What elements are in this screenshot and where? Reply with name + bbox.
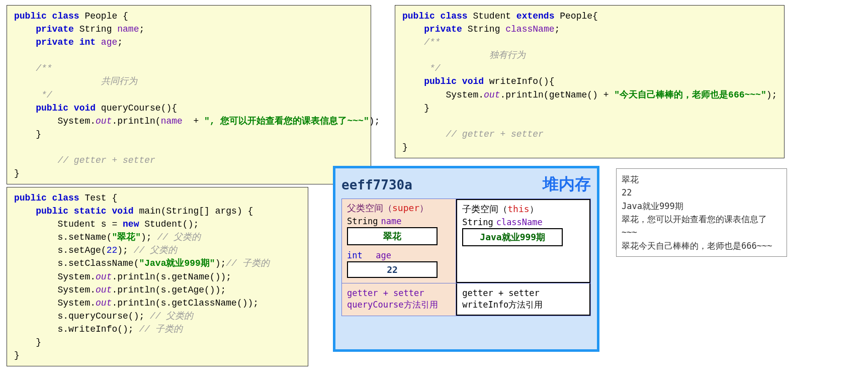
super-space: 父类空间（super） Stringname 翠花 int age 22 [342,199,456,283]
console-output: 翠花 22 Java就业999期 翠花，您可以开始查看您的课表信息了~~~ 翠花… [616,168,787,257]
field-age-label: int age [347,250,451,260]
code-people: public class People { private String nam… [7,5,371,184]
classname-value-box: Java就业999期 [462,228,563,246]
super-methods: getter + setter queryCourse方法引用 [342,283,456,316]
code-student: public class Student extends People{ pri… [395,5,785,158]
output-line: 翠花，您可以开始查看您的课表信息了~~~ [622,213,782,239]
comment-getter-setter: // getter + setter [36,155,155,165]
output-line: Java就业999期 [622,200,782,213]
output-line: 22 [622,186,782,199]
output-line: 翠花 [622,173,782,186]
heap-title: 堆内存 [543,173,591,196]
field-classname-label: StringclassName [462,217,584,227]
output-line: 翠花今天自己棒棒的，老师也是666~~~ [622,239,782,252]
heap-diagram: eeff7730a 堆内存 父类空间（super） Stringname 翠花 … [333,166,599,352]
this-methods: getter + setter writeInfo方法引用 [456,283,590,316]
name-value-box: 翠花 [347,227,438,245]
comment-getter-setter-2: // getter + setter [424,129,544,139]
age-value-box: 22 [347,261,438,278]
comment-student: 独有行为 [446,50,525,60]
comment-people: 共同行为 [57,76,137,86]
code-test: public class Test { public static void m… [7,187,308,366]
field-name-label: Stringname [347,216,451,226]
heap-address: eeff7730a [341,177,412,192]
this-space: 子类空间（this） StringclassName Java就业999期 [456,199,590,283]
